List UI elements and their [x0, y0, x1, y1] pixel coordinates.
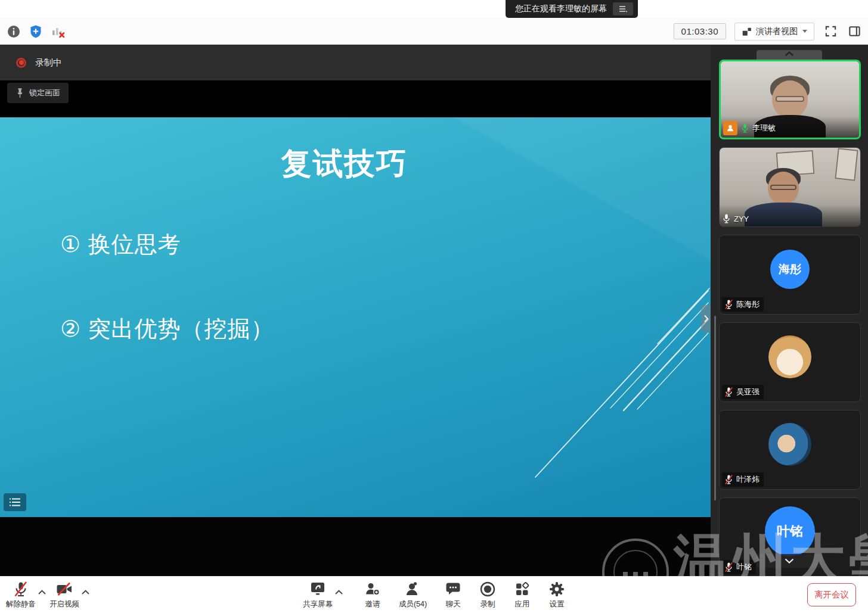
participant-avatar: 海彤 — [770, 250, 810, 289]
settings-label: 设置 — [550, 599, 565, 609]
leave-meeting-button[interactable]: 离开会议 — [807, 583, 856, 606]
participant-name: 叶铭 — [736, 562, 752, 572]
top-toolbar: 01:03:30 演讲者视图 — [0, 18, 868, 45]
record-button[interactable]: 录制 — [479, 577, 496, 609]
outline-toggle-icon[interactable] — [4, 493, 26, 511]
share-screen-button[interactable]: 共享屏幕 — [303, 577, 333, 609]
mic-on-icon — [722, 213, 731, 224]
shared-screen-stage: 录制中 锁定画面 复试技巧 ① 换位思考 ② 突出优势（挖掘） — [0, 45, 711, 576]
share-options-chevron[interactable] — [335, 590, 343, 595]
scroll-more-button[interactable] — [757, 554, 822, 568]
apps-icon — [514, 581, 531, 598]
fullscreen-icon[interactable] — [823, 24, 838, 39]
participant-avatar-illustration — [768, 335, 811, 378]
invite-label: 邀请 — [365, 599, 380, 609]
mic-muted-icon — [724, 474, 733, 485]
pin-screen-label: 锁定画面 — [29, 88, 60, 98]
participant-name: 吴亚强 — [736, 387, 760, 397]
mic-muted-icon — [724, 387, 733, 397]
viewer-banner: 您正在观看李理敏的屏幕 — [506, 0, 638, 18]
chat-button[interactable]: 聊天 — [445, 577, 461, 609]
slide-title: 复试技巧 — [0, 144, 689, 185]
record-label: 录制 — [480, 599, 495, 609]
members-button[interactable]: 成员(54) — [399, 577, 427, 609]
banner-menu-icon[interactable] — [613, 2, 633, 15]
participant-tile-liliimin[interactable]: 李理敏 — [719, 60, 861, 139]
security-shield-icon[interactable] — [28, 24, 44, 39]
members-icon — [404, 581, 421, 598]
participant-tile-chenhaitong[interactable]: 海彤 陈海彤 — [719, 235, 861, 315]
slide-bullet-1: ① 换位思考 — [60, 229, 181, 260]
participant-name: ZYY — [734, 214, 749, 223]
sidebar-scrollbar[interactable] — [714, 316, 716, 500]
info-icon[interactable] — [6, 24, 21, 39]
banner-strip: 您正在观看李理敏的屏幕 — [0, 0, 868, 18]
layout-icon — [741, 26, 752, 37]
presentation-slide: 复试技巧 ① 换位思考 ② 突出优势（挖掘） — [0, 117, 711, 517]
meeting-timer: 01:03:30 — [674, 23, 726, 39]
participants-sidebar: 李理敏 ZYY — [711, 45, 868, 576]
side-by-side-icon[interactable] — [847, 24, 862, 39]
mic-muted-icon — [724, 299, 733, 310]
recording-indicator: 录制中 — [0, 45, 711, 80]
caret-down-icon — [802, 29, 808, 33]
recording-label: 录制中 — [35, 57, 62, 69]
pin-screen-button[interactable]: 锁定画面 — [7, 83, 69, 103]
chat-icon — [445, 581, 461, 598]
participant-name: 陈海彤 — [736, 299, 760, 310]
invite-icon — [364, 581, 381, 598]
settings-icon — [548, 581, 565, 598]
meeting-window: 您正在观看李理敏的屏幕 01:03:30 演讲者视图 — [0, 0, 868, 613]
participant-name: 李理敏 — [752, 123, 776, 133]
expand-panel-handle[interactable] — [701, 305, 711, 332]
participant-tile-yezewei[interactable]: 叶泽炜 — [719, 410, 861, 490]
participant-tile-wuyaqiang[interactable]: 吴亚强 — [719, 322, 861, 402]
mic-muted-icon — [724, 562, 733, 572]
bottom-toolbar: 解除静音 开启视频 共享屏幕 — [0, 576, 868, 613]
members-label: 成员(54) — [399, 599, 427, 609]
participant-avatar: 叶铭 — [765, 506, 815, 556]
stage-letterbox — [0, 517, 711, 576]
apps-button[interactable]: 应用 — [514, 577, 531, 609]
invite-button[interactable]: 邀请 — [364, 577, 381, 609]
share-screen-icon — [309, 581, 327, 598]
connection-stats-icon[interactable] — [50, 24, 66, 39]
settings-button[interactable]: 设置 — [548, 577, 565, 609]
mic-active-icon — [740, 123, 749, 133]
sharing-badge-icon — [723, 121, 737, 135]
participant-avatar-illustration — [768, 423, 811, 466]
participant-name: 叶泽炜 — [736, 474, 760, 485]
share-screen-label: 共享屏幕 — [303, 599, 333, 609]
record-dot-icon — [16, 58, 26, 68]
slide-bullet-2: ② 突出优势（挖掘） — [60, 314, 274, 344]
participant-tile-zyy[interactable]: ZYY — [719, 147, 861, 227]
chat-label: 聊天 — [446, 599, 461, 609]
pushpin-icon — [16, 88, 24, 98]
view-mode-button[interactable]: 演讲者视图 — [734, 23, 814, 41]
apps-label: 应用 — [515, 599, 530, 609]
view-mode-label: 演讲者视图 — [756, 26, 798, 37]
record-icon — [479, 581, 496, 598]
viewer-banner-text: 您正在观看李理敏的屏幕 — [515, 4, 607, 14]
